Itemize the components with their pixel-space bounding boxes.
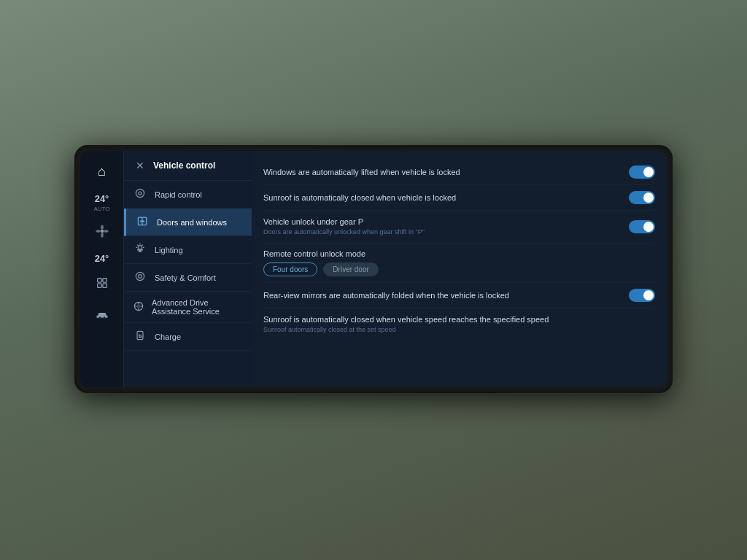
svg-rect-6 [102,279,106,282]
setting-remote-unlock-mode-title: Remote control unlock mode [263,249,655,258]
toggle-knob-sunroof-locked [643,192,654,203]
svg-point-12 [139,192,142,195]
svg-line-23 [142,249,143,250]
setting-sunroof-locked-text: Sunroof is automatically closed when veh… [263,192,622,203]
setting-windows-locked: Windows are automatically lifted when ve… [263,160,655,185]
svg-rect-27 [139,251,141,252]
lighting-label: Lighting [155,246,183,254]
setting-mirrors-folded-text: Rear-view mirrors are automatically fold… [263,290,622,300]
svg-line-24 [142,245,143,246]
svg-point-1 [101,225,104,229]
fan-icon[interactable] [89,218,115,244]
svg-point-3 [96,230,100,233]
svg-point-10 [103,316,105,319]
close-button[interactable]: ✕ [133,158,147,173]
advanced-drive-icon [133,300,144,314]
svg-rect-8 [102,284,106,287]
four-doors-button[interactable]: Four doors [263,262,317,276]
home-icon[interactable]: ⌂ [89,158,115,184]
setting-sunroof-speed: Sunroof is automatically closed when veh… [263,308,655,341]
grid-icon[interactable] [89,270,115,296]
climate-top: 24° AUTO [93,193,109,212]
svg-rect-5 [97,279,101,282]
setting-sunroof-locked-title: Sunroof is automatically closed when veh… [263,192,622,203]
screen-outer: ⌂ 24° AUTO 24° [74,145,673,393]
svg-point-17 [138,246,142,250]
setting-mirrors-folded-title: Rear-view mirrors are automatically fold… [263,290,622,300]
setting-sunroof-speed-title: Sunroof is automatically closed when veh… [263,314,655,324]
svg-rect-7 [97,284,101,287]
setting-vehicle-unlock-gear-title: Vehicle unlock under gear P [263,217,622,227]
nav-title: Vehicle control [153,160,215,171]
svg-point-0 [100,230,104,233]
unlock-mode-button-group: Four doors Driver door [263,262,655,276]
setting-sunroof-speed-text: Sunroof is automatically closed when veh… [263,314,655,335]
svg-point-11 [136,189,144,197]
setting-vehicle-unlock-gear: Vehicle unlock under gear P Doors are au… [263,211,655,244]
svg-point-28 [136,272,144,280]
setting-sunroof-speed-subtitle: Sunroof automatically closed at the set … [263,326,655,335]
safety-comfort-icon [133,271,147,284]
setting-windows-locked-title: Windows are automatically lifted when ve… [263,167,622,177]
svg-point-31 [137,305,139,307]
setting-vehicle-unlock-gear-subtitle: Doors are automatically unlocked when ge… [263,228,622,237]
charge-icon [133,330,147,343]
svg-line-25 [137,249,138,250]
svg-point-29 [139,275,142,279]
svg-point-15 [141,221,142,222]
svg-point-4 [104,230,108,233]
advanced-drive-label: Advanced Drive Assistance Service [152,298,243,316]
toggle-mirrors-folded[interactable] [629,289,655,302]
setting-remote-unlock-mode: Remote control unlock mode Four doors Dr… [263,244,655,283]
toggle-knob-vehicle-unlock-gear [643,222,654,232]
nav-item-safety-comfort[interactable]: Safety & Comfort [124,264,252,292]
climate-bottom-temp: 24° [95,253,109,264]
toggle-knob-mirrors-folded [643,290,654,300]
svg-point-9 [98,316,101,319]
svg-point-16 [143,221,144,222]
lighting-icon [133,243,147,257]
toggle-knob-windows-locked [643,167,654,177]
setting-mirrors-folded: Rear-view mirrors are automatically fold… [263,283,655,308]
content-area: Windows are automatically lifted when ve… [252,151,667,387]
driver-door-button[interactable]: Driver door [323,262,378,276]
car-dashboard: ⌂ 24° AUTO 24° [0,0,747,560]
setting-vehicle-unlock-gear-text: Vehicle unlock under gear P Doors are au… [263,217,622,237]
car-icon[interactable] [89,302,115,328]
rapid-control-label: Rapid control [155,190,202,199]
doors-windows-icon [135,215,150,229]
screen-inner: ⌂ 24° AUTO 24° [80,151,667,387]
setting-windows-locked-text: Windows are automatically lifted when ve… [263,167,622,177]
nav-item-rapid-control[interactable]: Rapid control [124,181,252,209]
nav-header: ✕ Vehicle control [124,151,252,181]
nav-item-charge[interactable]: Charge [124,323,252,351]
sidebar-left: ⌂ 24° AUTO 24° [80,151,124,387]
doors-windows-label: Doors and windows [157,218,227,227]
svg-line-22 [137,245,138,246]
climate-top-temp: 24° [95,193,109,204]
toggle-vehicle-unlock-gear[interactable] [629,220,655,233]
rapid-control-icon [133,187,147,201]
toggle-sunroof-locked[interactable] [629,191,655,204]
nav-panel: ✕ Vehicle control Rapid control [124,151,252,387]
nav-item-lighting[interactable]: Lighting [124,236,252,264]
nav-item-doors-windows[interactable]: Doors and windows [124,209,252,236]
climate-top-mode: AUTO [93,206,109,212]
climate-bottom: 24° [95,253,109,264]
safety-comfort-label: Safety & Comfort [155,273,216,282]
svg-point-2 [101,233,104,237]
toggle-windows-locked[interactable] [629,166,655,179]
nav-item-advanced-drive[interactable]: Advanced Drive Assistance Service [124,292,252,323]
setting-sunroof-locked: Sunroof is automatically closed when veh… [263,185,655,211]
charge-label: Charge [155,332,181,341]
